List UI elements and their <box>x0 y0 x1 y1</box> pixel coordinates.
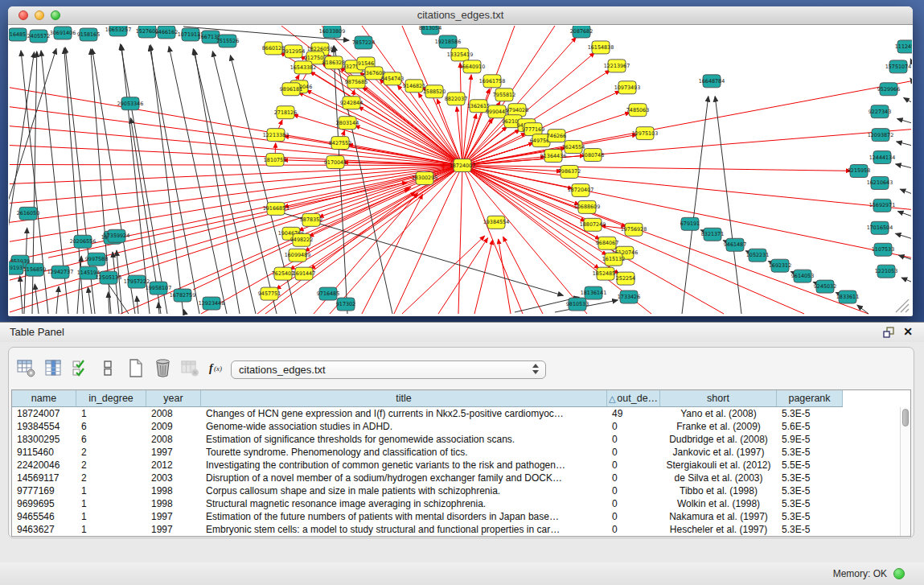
table-cell[interactable]: Estimation of the future numbers of pati… <box>201 510 607 523</box>
edit-columns-button[interactable] <box>70 357 92 379</box>
table-row[interactable]: 946554611997Estimation of the future num… <box>12 510 900 523</box>
float-panel-button[interactable] <box>882 326 895 339</box>
table-cell[interactable]: 18724007 <box>12 407 76 420</box>
table-cell[interactable]: 1 <box>76 523 146 536</box>
table-row[interactable]: 1830029562008Estimation of significance … <box>12 433 900 446</box>
table-cell[interactable]: Investigating the contribution of common… <box>201 459 607 472</box>
table-cell[interactable]: 5.3E-5 <box>777 497 843 510</box>
close-panel-button[interactable]: ✕ <box>901 324 914 339</box>
table-cell[interactable]: Corpus callosum shape and size in male p… <box>201 484 607 497</box>
table-cell[interactable]: Wolkin et al. (1998) <box>660 497 777 510</box>
table-cell[interactable]: Tibbo et al. (1998) <box>660 484 777 497</box>
table-cell[interactable]: 5.9E-5 <box>777 433 843 446</box>
table-selector-dropdown[interactable]: citations_edges.txt <box>231 360 546 379</box>
table-cell[interactable]: 0 <box>607 497 660 510</box>
table-cell[interactable]: Dudbridge et al. (2008) <box>660 433 777 446</box>
table-cell[interactable]: 9699695 <box>12 497 76 510</box>
table-cell[interactable]: Yano et al. (2008) <box>660 407 777 420</box>
table-cell[interactable]: Structural magnetic resonance image aver… <box>201 497 607 510</box>
network-canvas[interactable]: 1872400718300295193845541648524055723069… <box>9 26 912 315</box>
zoom-window-button[interactable] <box>51 10 60 20</box>
table-cell[interactable]: 2 <box>76 446 146 459</box>
window-titlebar[interactable]: citations_edges.txt <box>8 6 913 25</box>
table-cell[interactable]: 0 <box>607 484 660 497</box>
table-row[interactable]: 911546021997Tourette syndrome. Phenomeno… <box>12 446 900 459</box>
table-cell[interactable]: 5.3E-5 <box>777 510 843 523</box>
table-cell[interactable]: 9463627 <box>12 523 76 536</box>
table-mode-button[interactable] <box>15 357 37 379</box>
table-cell[interactable]: 0 <box>607 523 660 536</box>
table-cell[interactable]: Tourette syndrome. Phenomenology and cla… <box>201 446 607 459</box>
column-header-short[interactable]: short <box>660 390 777 407</box>
table-row[interactable]: 1938455462009Genome-wide association stu… <box>12 420 900 433</box>
table-row[interactable]: 1456911722003Disruption of a novel membe… <box>12 472 900 484</box>
table-cell[interactable]: 0 <box>607 433 660 446</box>
table-cell[interactable]: 5.3E-5 <box>777 407 843 420</box>
table-cell[interactable]: 0 <box>607 446 660 459</box>
table-cell[interactable]: de Silva et al. (2003) <box>660 472 777 484</box>
table-cell[interactable]: 9465546 <box>12 510 76 523</box>
citation-network-graph[interactable]: 1872400718300295193845541648524055723069… <box>9 26 912 315</box>
table-cell[interactable]: 2008 <box>146 433 201 446</box>
delete-table-button[interactable] <box>179 357 201 379</box>
table-cell[interactable]: 0 <box>607 459 660 472</box>
table-cell[interactable]: 1998 <box>146 497 201 510</box>
table-cell[interactable]: 18300295 <box>12 433 76 446</box>
column-header-in_degree[interactable]: in_degree <box>76 390 146 407</box>
delete-column-button[interactable] <box>152 357 174 379</box>
table-cell[interactable]: 6 <box>76 420 146 433</box>
table-cell[interactable]: 1 <box>76 510 146 523</box>
table-cell[interactable]: 9115460 <box>12 446 76 459</box>
table-cell[interactable]: 14569117 <box>12 472 76 484</box>
table-cell[interactable]: Disruption of a novel member of a sodium… <box>201 472 607 484</box>
table-cell[interactable]: 0 <box>607 472 660 484</box>
table-cell[interactable]: Embryonic stem cells: a model to study s… <box>201 523 607 536</box>
table-cell[interactable]: 1 <box>76 484 146 497</box>
table-cell[interactable]: 1 <box>76 407 146 420</box>
table-cell[interactable]: 5.6E-5 <box>777 420 843 433</box>
table-cell[interactable]: 5.5E-5 <box>777 459 843 472</box>
table-cell[interactable]: Hescheler et al. (1997) <box>660 523 777 536</box>
table-cell[interactable]: 0 <box>607 420 660 433</box>
column-header-pagerank[interactable]: pagerank <box>777 390 843 407</box>
table-row[interactable]: 977716911998Corpus callosum shape and si… <box>12 484 900 497</box>
table-cell[interactable]: 22420046 <box>12 459 76 472</box>
create-column-button[interactable] <box>125 357 146 379</box>
table-cell[interactable]: 5.3E-5 <box>777 446 843 459</box>
table-scrollbar[interactable] <box>900 407 910 536</box>
table-cell[interactable]: 2 <box>76 472 146 484</box>
column-header-year[interactable]: year <box>146 390 201 407</box>
table-cell[interactable]: 5.3E-5 <box>777 523 843 536</box>
column-header-out_de[interactable]: △out_de… <box>607 390 660 407</box>
resize-grip-icon[interactable] <box>896 299 909 312</box>
table-cell[interactable]: Changes of HCN gene expression and I(f) … <box>201 407 607 420</box>
table-row[interactable]: 969969511998Structural magnetic resonanc… <box>12 497 900 510</box>
table-cell[interactable]: 5.3E-5 <box>777 484 843 497</box>
table-cell[interactable]: 9777169 <box>12 484 76 497</box>
table-cell[interactable]: 1997 <box>146 523 201 536</box>
column-header-title[interactable]: title <box>201 390 607 407</box>
show-columns-button[interactable] <box>43 357 64 379</box>
column-header-name[interactable]: name <box>12 390 76 407</box>
table-cell[interactable]: 2012 <box>146 459 201 472</box>
table-cell[interactable]: 6 <box>76 433 146 446</box>
table-cell[interactable]: 2009 <box>146 420 201 433</box>
table-cell[interactable]: Stergiakouli et al. (2012) <box>660 459 777 472</box>
close-window-button[interactable] <box>18 10 28 20</box>
table-cell[interactable]: 0 <box>607 510 660 523</box>
table-cell[interactable]: Jankovic et al. (1997) <box>660 446 777 459</box>
table-row[interactable]: 2242004622012Investigating the contribut… <box>12 459 900 472</box>
table-cell[interactable]: 2 <box>76 459 146 472</box>
table-scrollbar-thumb[interactable] <box>902 409 909 426</box>
table-row[interactable]: 1872400712008Changes of HCN gene express… <box>12 407 900 420</box>
table-cell[interactable]: 1998 <box>146 484 201 497</box>
minimize-window-button[interactable] <box>35 10 44 20</box>
table-cell[interactable]: 49 <box>607 407 660 420</box>
table-cell[interactable]: 2008 <box>146 407 201 420</box>
row-selection-button[interactable] <box>97 357 119 379</box>
table-cell[interactable]: Nakamura et al. (1997) <box>660 510 777 523</box>
table-cell[interactable]: 1997 <box>146 510 201 523</box>
table-cell[interactable]: 1 <box>76 497 146 510</box>
function-builder-button[interactable]: f (x) <box>207 357 228 379</box>
table-cell[interactable]: 2003 <box>146 472 201 484</box>
